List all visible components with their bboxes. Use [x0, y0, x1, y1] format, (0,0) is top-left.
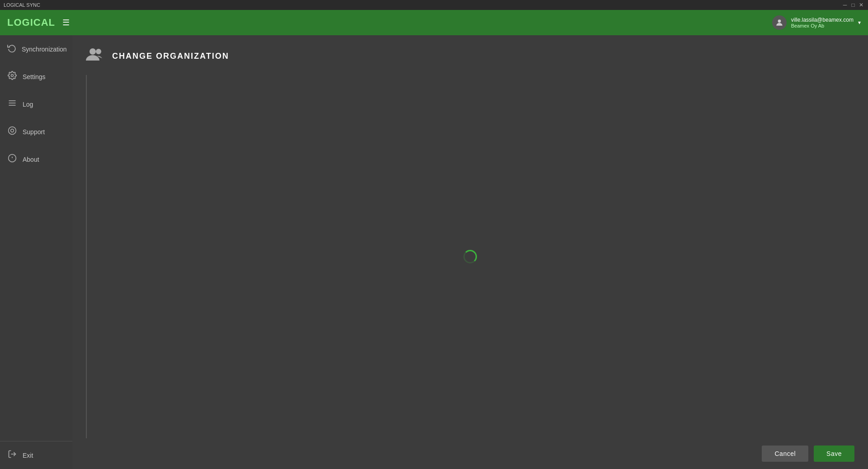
- logo: LOGICAL: [7, 17, 55, 28]
- user-email: ville.lassila@beamex.com: [791, 17, 854, 23]
- app-title: LOGICAL SYNC: [4, 2, 40, 8]
- user-avatar-icon: [772, 15, 787, 30]
- sidebar-about-label: About: [23, 156, 39, 163]
- header: LOGICAL ☰ ville.lassila@beamex.com Beame…: [0, 10, 868, 35]
- page-title: CHANGE ORGANIZATION: [112, 52, 229, 61]
- chevron-down-icon[interactable]: ▾: [858, 19, 861, 26]
- sidebar: Synchronization Settings Log: [0, 35, 72, 469]
- sidebar-item-support[interactable]: Support: [0, 118, 72, 145]
- user-org: Beamex Oy Ab: [791, 23, 824, 28]
- sidebar-settings-label: Settings: [23, 73, 46, 80]
- hamburger-icon[interactable]: ☰: [62, 18, 70, 28]
- content-header: CHANGE ORGANIZATION: [72, 35, 868, 75]
- about-icon: [7, 154, 17, 165]
- maximize-button[interactable]: □: [850, 2, 856, 8]
- close-button[interactable]: ✕: [858, 2, 864, 8]
- svg-point-11: [90, 48, 96, 55]
- exit-icon: [7, 450, 17, 461]
- header-left: LOGICAL ☰: [7, 17, 70, 28]
- sidebar-item-exit[interactable]: Exit: [0, 441, 72, 469]
- sidebar-bottom: Exit: [0, 441, 72, 469]
- svg-point-1: [11, 75, 14, 77]
- sidebar-item-settings[interactable]: Settings: [0, 63, 72, 90]
- org-icon: [86, 46, 105, 66]
- title-bar: LOGICAL SYNC ─ □ ✕: [0, 0, 868, 10]
- content-body: [72, 75, 868, 438]
- svg-point-12: [96, 49, 101, 54]
- sidebar-log-label: Log: [23, 101, 33, 108]
- title-bar-buttons: ─ □ ✕: [842, 2, 864, 8]
- main-layout: Synchronization Settings Log: [0, 35, 868, 469]
- cancel-button[interactable]: Cancel: [762, 446, 808, 462]
- log-icon: [7, 98, 17, 110]
- svg-point-6: [11, 129, 14, 132]
- sidebar-item-about[interactable]: About: [0, 145, 72, 173]
- svg-point-0: [778, 19, 781, 23]
- sidebar-sync-label: Synchronization: [22, 46, 67, 53]
- sidebar-item-synchronization[interactable]: Synchronization: [0, 35, 72, 63]
- support-icon: [7, 126, 17, 137]
- sidebar-item-log[interactable]: Log: [0, 90, 72, 118]
- sync-icon: [7, 43, 16, 55]
- header-right: ville.lassila@beamex.com Beamex Oy Ab ▾: [772, 15, 861, 30]
- content-area: CHANGE ORGANIZATION Cancel Save: [72, 35, 868, 469]
- sidebar-exit-label: Exit: [23, 452, 33, 459]
- vertical-divider: [86, 75, 87, 438]
- user-info: ville.lassila@beamex.com Beamex Oy Ab: [791, 17, 854, 28]
- minimize-button[interactable]: ─: [842, 2, 848, 8]
- loading-spinner: [463, 250, 477, 263]
- svg-point-5: [9, 127, 16, 135]
- sidebar-support-label: Support: [23, 128, 45, 136]
- save-button[interactable]: Save: [814, 446, 854, 462]
- logo-text: LOGICAL: [7, 17, 55, 28]
- settings-icon: [7, 71, 17, 82]
- footer-buttons: Cancel Save: [72, 438, 868, 469]
